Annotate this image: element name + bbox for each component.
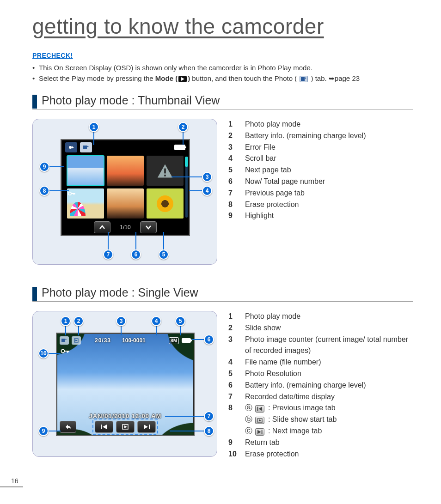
legend-number: 1: [228, 119, 239, 130]
legend-text: Error File: [245, 142, 413, 153]
legend-number: 4: [228, 153, 239, 164]
heading-accent-bar: [32, 95, 37, 109]
svg-marker-30: [144, 425, 148, 429]
sub-label-b: ⓑ: [245, 415, 252, 423]
legend-number: 9: [228, 437, 239, 449]
leader: [78, 325, 79, 335]
photo-tab-icon: [300, 76, 308, 82]
legend-row: 9Highlight: [228, 210, 413, 222]
legend-row: 3Photo image counter (current image/ tot…: [228, 334, 413, 357]
legend-row: 10Erase protection: [228, 449, 413, 460]
photo-thumbnail[interactable]: [107, 188, 144, 219]
legend-row: 3Error File: [228, 142, 413, 153]
legend-row: 8Erase protection: [228, 199, 413, 211]
legend-row: 7Previous page tab: [228, 188, 413, 199]
legend-number: 7: [228, 391, 239, 403]
leader: [108, 232, 109, 250]
precheck-list: This On Screen Display (OSD) is shown on…: [32, 63, 413, 84]
return-button[interactable]: [60, 421, 76, 433]
svg-rect-25: [101, 425, 102, 429]
legend-number: 3: [228, 334, 239, 357]
photo-thumbnail[interactable]: [67, 188, 104, 219]
next-image-tab-icon: [255, 428, 264, 436]
thumbnail-scrollbar[interactable]: [185, 157, 188, 218]
precheck-text: Select the Play mode by pressing the: [39, 74, 155, 82]
mode-play-icon: [178, 76, 187, 82]
legend-row: 1Photo play mode: [228, 311, 413, 322]
leader: [48, 431, 61, 431]
legend-number: 7: [228, 188, 239, 199]
legend-text: Erase protection: [245, 199, 413, 211]
legend-row: 9Return tab: [228, 437, 413, 449]
slideshow-icon: [72, 336, 81, 345]
leader: [48, 353, 61, 354]
photo-play-mode-icon[interactable]: [80, 142, 92, 152]
legend-number: 2: [228, 322, 239, 334]
photo-thumbnail[interactable]: [147, 188, 184, 219]
callout-9: 9: [39, 162, 49, 172]
legend-row: 6Battery info. (remaining charge level): [228, 380, 413, 391]
legend-text: Battery info. (remaining charge level): [245, 130, 413, 142]
file-name: 100-0001: [122, 337, 146, 344]
svg-point-4: [305, 77, 306, 79]
key-lock-icon: [68, 189, 75, 198]
callout-7: 7: [204, 411, 214, 421]
callout-1: 1: [89, 122, 99, 132]
svg-point-6: [69, 146, 72, 149]
photo-thumbnail[interactable]: [107, 156, 144, 186]
leader: [183, 131, 184, 145]
svg-point-18: [65, 339, 66, 340]
legend-text: ⓒ : Next image tab: [245, 425, 413, 437]
legend-number: 3: [228, 142, 239, 153]
legend-text: File name (file number): [245, 357, 413, 368]
leader: [189, 190, 203, 191]
svg-rect-31: [257, 407, 258, 411]
svg-marker-34: [259, 419, 261, 422]
legend-number: 10: [228, 449, 239, 460]
legend-number: 9: [228, 210, 239, 222]
page-edge-rule: [0, 486, 23, 487]
section-heading-thumbnail: Photo play mode : Thumbnail View: [32, 94, 413, 109]
legend-number: 8: [228, 402, 239, 414]
svg-rect-35: [262, 430, 263, 434]
legend-text: Photo image counter (current image/ tota…: [245, 334, 413, 357]
legend-text: Next page tab: [245, 164, 413, 176]
legend-number: 5: [228, 368, 239, 380]
legend-number: 6: [228, 380, 239, 391]
slideshow-start-tab-icon: [255, 417, 264, 424]
legend-text: Photo play mode: [245, 311, 413, 322]
leader: [135, 232, 136, 250]
leader: [93, 131, 94, 145]
next-image-button[interactable]: [137, 421, 156, 433]
legend-text: Scroll bar: [245, 153, 413, 164]
legend-row: ⓑ : Slide show start tab: [228, 414, 413, 425]
sub-text: : Previous image tab: [266, 404, 335, 412]
legend-row: 5Next page tab: [228, 164, 413, 176]
slideshow-start-button[interactable]: [116, 421, 135, 433]
lcd-screen-thumbnail: 1/10: [61, 139, 190, 236]
svg-rect-16: [74, 193, 75, 194]
legend-text: Return tab: [245, 437, 413, 449]
svg-marker-28: [124, 425, 127, 428]
section-heading-single: Photo play mode : Single View: [32, 286, 413, 302]
svg-marker-36: [257, 430, 261, 434]
svg-rect-29: [149, 425, 150, 429]
callout-2: 2: [178, 122, 188, 132]
legend-row: 5Photo Resolution: [228, 368, 413, 380]
previous-image-button[interactable]: [95, 421, 113, 433]
callout-2: 2: [74, 316, 84, 326]
legend-text: Highlight: [245, 210, 413, 222]
legend-row: 7Recorded date/time display: [228, 391, 413, 403]
svg-marker-32: [259, 407, 263, 411]
image-counter: 20/33: [95, 337, 111, 344]
legend-text: Erase protection: [245, 449, 413, 460]
leader: [165, 416, 205, 417]
legend-number: 5: [228, 164, 239, 176]
photo-thumbnail-error[interactable]: [147, 156, 184, 186]
next-page-button[interactable]: [140, 221, 157, 233]
callout-1: 1: [61, 316, 71, 326]
video-play-mode-icon[interactable]: [65, 142, 77, 152]
photo-thumbnail[interactable]: [67, 156, 104, 186]
legend-row: 4Scroll bar: [228, 153, 413, 164]
legend-row: ⓒ : Next image tab: [228, 425, 413, 437]
